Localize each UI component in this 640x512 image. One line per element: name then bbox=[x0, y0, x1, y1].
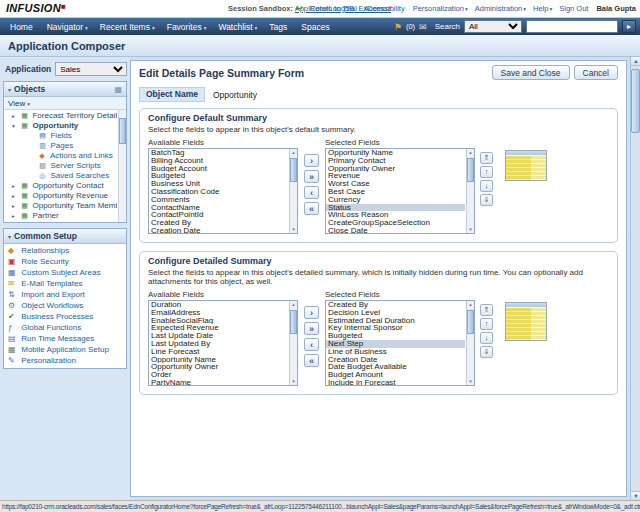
tree-item[interactable]: ▸ ▦ Opportunity Revenue bbox=[4, 191, 117, 201]
page-scrollbar[interactable]: ▲ ▼ bbox=[630, 57, 640, 500]
field-option[interactable]: Classification Code bbox=[149, 188, 288, 196]
field-option[interactable]: Budgeted bbox=[149, 172, 288, 180]
field-option[interactable]: Date Budget Available bbox=[326, 363, 465, 371]
tree-item[interactable]: ▥ Pages bbox=[4, 141, 117, 151]
move-all-button[interactable]: » bbox=[304, 170, 319, 183]
common-setup-item[interactable]: ▣ Role Security bbox=[4, 256, 126, 267]
tree-item[interactable]: ▧ Server Scripts bbox=[4, 161, 117, 171]
scroll-up-icon[interactable]: ▲ bbox=[290, 149, 297, 156]
list-scrollbar-thumb[interactable] bbox=[290, 310, 297, 334]
application-select[interactable]: Sales bbox=[55, 62, 127, 76]
navbar-item[interactable]: Home bbox=[4, 22, 41, 32]
tree-expand-icon[interactable]: ▸ bbox=[12, 181, 19, 191]
tree-scrollbar[interactable] bbox=[118, 110, 126, 222]
field-option[interactable]: Opportunity Name bbox=[149, 356, 288, 364]
field-option[interactable]: Billing Account bbox=[149, 157, 288, 165]
tree-expand-icon[interactable]: ▸ bbox=[12, 111, 19, 121]
field-option[interactable]: Line Forecast bbox=[149, 348, 288, 356]
remove-all-button[interactable]: « bbox=[304, 202, 319, 215]
header-menu-item[interactable]: Administration▾ bbox=[475, 4, 526, 13]
field-option[interactable]: Business Unit bbox=[149, 180, 288, 188]
field-option[interactable]: ContactPointId bbox=[149, 211, 288, 219]
search-input[interactable] bbox=[526, 20, 618, 33]
list-scrollbar-thumb[interactable] bbox=[290, 158, 297, 182]
tree-item[interactable]: ▸ ▦ Partner bbox=[4, 211, 117, 221]
return-to-trial-link[interactable]: Return to Trial bbox=[310, 4, 357, 13]
available-fields-list[interactable]: BatchTagBilling AccountBudget AccountBud… bbox=[148, 148, 298, 234]
common-setup-item[interactable]: ƒ Global Functions bbox=[4, 322, 126, 333]
field-option[interactable]: BatchTag bbox=[149, 149, 288, 157]
field-option[interactable]: Created By bbox=[326, 301, 465, 309]
navbar-item[interactable]: Spaces bbox=[295, 22, 337, 32]
field-option[interactable]: Opportunity Owner bbox=[326, 165, 465, 173]
move-down-button[interactable]: ↓ bbox=[480, 332, 493, 344]
scroll-up-icon[interactable]: ▲ bbox=[631, 57, 640, 66]
remove-button[interactable]: ‹ bbox=[304, 338, 319, 351]
field-option[interactable]: Order bbox=[149, 371, 288, 379]
header-menu-item[interactable]: Help▾ bbox=[533, 4, 552, 13]
field-option[interactable]: Estimated Deal Duration bbox=[326, 317, 465, 325]
flag-icon[interactable]: ⚑ bbox=[394, 22, 402, 32]
field-option[interactable]: Opportunity Name bbox=[326, 149, 465, 157]
mail-icon[interactable]: ✉ bbox=[419, 22, 427, 32]
move-bottom-button[interactable]: ⇓ bbox=[480, 194, 493, 206]
field-option[interactable]: Key Internal Sponsor bbox=[326, 324, 465, 332]
field-option[interactable]: Best Case bbox=[326, 188, 465, 196]
objects-panel-icon[interactable]: ▦ bbox=[114, 85, 122, 94]
tree-item[interactable]: ◎ Saved Searches bbox=[4, 171, 117, 181]
view-menu-button[interactable]: View▾ bbox=[8, 99, 30, 108]
scroll-down-icon[interactable]: ▼ bbox=[467, 378, 474, 385]
field-option[interactable]: Status bbox=[326, 204, 465, 212]
field-option[interactable]: Currency bbox=[326, 196, 465, 204]
field-option[interactable]: Revenue bbox=[326, 172, 465, 180]
scroll-down-icon[interactable]: ▼ bbox=[290, 378, 297, 385]
field-option[interactable]: Budget Account bbox=[149, 165, 288, 173]
move-up-button[interactable]: ↑ bbox=[480, 166, 493, 178]
field-option[interactable]: Created By bbox=[149, 219, 288, 227]
field-option[interactable]: PartyName bbox=[149, 379, 288, 386]
field-option[interactable]: CreateGroupSpaceSelection bbox=[326, 219, 465, 227]
common-setup-item[interactable]: ▦ Mobile Application Setup bbox=[4, 344, 126, 355]
field-option[interactable]: Opportunity Owner bbox=[149, 363, 288, 371]
common-setup-item[interactable]: ▤ Run Time Messages bbox=[4, 333, 126, 344]
selected-fields-list[interactable]: Created ByDecision LevelEstimated Deal D… bbox=[325, 300, 475, 386]
list-scrollbar[interactable]: ▲▼ bbox=[466, 301, 474, 385]
field-option[interactable]: Decision Level bbox=[326, 309, 465, 317]
common-setup-item[interactable]: ⇅ Import and Export bbox=[4, 289, 126, 300]
save-and-close-button[interactable]: Save and Close bbox=[492, 65, 570, 80]
list-scrollbar[interactable]: ▲▼ bbox=[289, 149, 297, 233]
page-scrollbar-thumb[interactable] bbox=[631, 69, 640, 133]
common-setup-item[interactable]: ⚙ Object Workflows bbox=[4, 300, 126, 311]
disclosure-icon[interactable]: ▾ bbox=[8, 233, 11, 240]
header-menu-item[interactable]: Sign Out bbox=[559, 4, 589, 13]
field-option[interactable]: Creation Date bbox=[326, 356, 465, 364]
field-option[interactable]: ContactName bbox=[149, 204, 288, 212]
common-setup-item[interactable]: ◆ Relationships bbox=[4, 245, 126, 256]
selected-fields-list[interactable]: Opportunity NamePrimary ContactOpportuni… bbox=[325, 148, 475, 234]
search-go-button[interactable]: ▸ bbox=[622, 20, 636, 33]
move-top-button[interactable]: ⇑ bbox=[480, 304, 493, 316]
available-fields-list[interactable]: DurationEmailAddressEnableSocialFlagExpe… bbox=[148, 300, 298, 386]
objects-panel-header[interactable]: ▾ Objects ▦ bbox=[4, 82, 126, 97]
field-option[interactable]: Duration bbox=[149, 301, 288, 309]
field-option[interactable]: Budgeted bbox=[326, 332, 465, 340]
navbar-item[interactable]: Favorites▾ bbox=[161, 22, 213, 32]
field-option[interactable]: Next Step bbox=[326, 340, 465, 348]
scroll-down-icon[interactable]: ▼ bbox=[467, 226, 474, 233]
field-option[interactable]: Last Update Date bbox=[149, 332, 288, 340]
field-option[interactable]: Include in Forecast bbox=[326, 379, 465, 386]
tree-item[interactable]: ▸ ▦ Forecast Territory Details bbox=[4, 111, 117, 121]
move-button[interactable]: › bbox=[304, 154, 319, 167]
remove-all-button[interactable]: « bbox=[304, 354, 319, 367]
remove-button[interactable]: ‹ bbox=[304, 186, 319, 199]
navbar-item[interactable]: Tags bbox=[263, 22, 295, 32]
field-option[interactable]: Creation Date bbox=[149, 227, 288, 234]
field-option[interactable]: WinLoss Reason bbox=[326, 211, 465, 219]
list-scrollbar[interactable]: ▲▼ bbox=[289, 301, 297, 385]
field-option[interactable]: Expected Revenue bbox=[149, 324, 288, 332]
move-all-button[interactable]: » bbox=[304, 322, 319, 335]
field-option[interactable]: EmailAddress bbox=[149, 309, 288, 317]
move-bottom-button[interactable]: ⇓ bbox=[480, 346, 493, 358]
list-scrollbar[interactable]: ▲▼ bbox=[466, 149, 474, 233]
common-setup-item[interactable]: ▦ Custom Subject Areas bbox=[4, 267, 126, 278]
